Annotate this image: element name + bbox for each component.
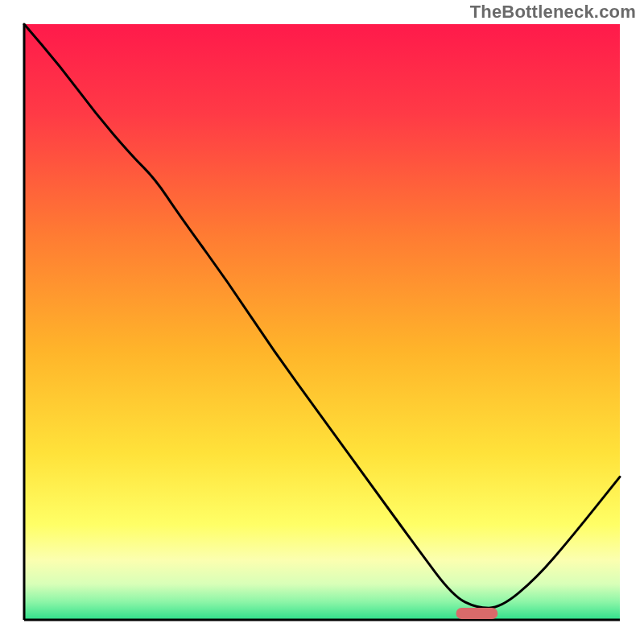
gradient-background bbox=[24, 24, 620, 620]
optimal-marker bbox=[456, 608, 498, 619]
bottleneck-chart bbox=[0, 0, 644, 644]
watermark-text: TheBottleneck.com bbox=[470, 2, 636, 23]
